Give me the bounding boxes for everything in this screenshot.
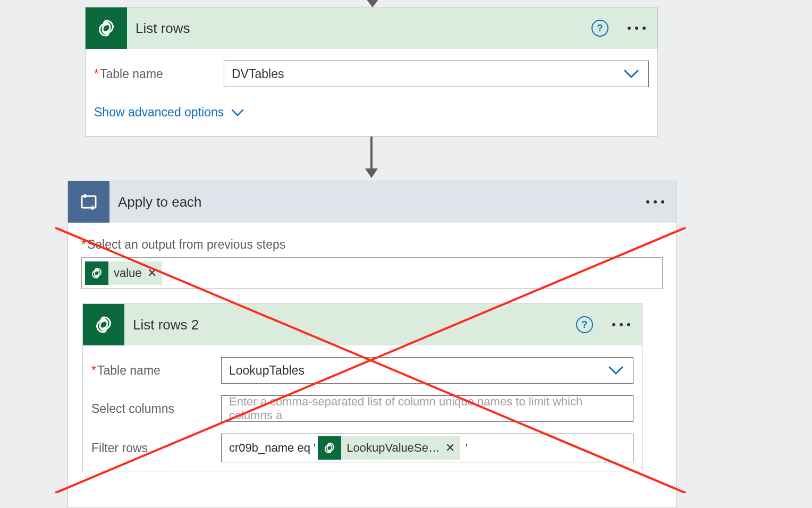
- help-icon[interactable]: ?: [576, 316, 593, 333]
- table-name-select[interactable]: LookupTables: [221, 357, 633, 384]
- select-columns-label: Select columns: [91, 402, 221, 416]
- dataverse-icon: [318, 436, 341, 460]
- action-header[interactable]: List rows 2 ?: [83, 304, 642, 345]
- filter-rows-input[interactable]: cr09b_name eq ' LookupValueSe… ✕: [221, 434, 633, 462]
- table-name-label: *Table name: [91, 363, 221, 378]
- dataverse-icon: [86, 7, 127, 49]
- select-output-input[interactable]: value ✕: [81, 257, 663, 289]
- control-header[interactable]: Apply to each: [68, 181, 676, 223]
- flow-arrow-down: [370, 137, 373, 168]
- action-card-list-rows-2[interactable]: List rows 2 ? *Table name LookupTables: [82, 303, 642, 471]
- token-label: LookupValueSe…: [346, 441, 440, 455]
- dataverse-icon: [83, 304, 124, 345]
- flow-arrow-head-top: [366, 0, 379, 7]
- dataverse-icon: [85, 261, 108, 285]
- chevron-down-icon: [624, 69, 639, 79]
- action-title: List rows 2: [124, 317, 199, 333]
- action-header[interactable]: List rows ?: [86, 7, 657, 49]
- chevron-down-icon: [608, 366, 623, 375]
- table-name-value: LookupTables: [229, 363, 304, 378]
- more-menu-icon[interactable]: [612, 323, 635, 326]
- action-card-list-rows[interactable]: List rows ? *Table name DVTables Show ad…: [85, 7, 658, 137]
- filter-rows-label: Filter rows: [91, 441, 221, 455]
- filter-rows-prefix: cr09b_name eq ': [229, 441, 316, 455]
- token-remove-icon[interactable]: ✕: [445, 441, 455, 455]
- token-remove-icon[interactable]: ✕: [147, 266, 157, 280]
- loop-icon: [68, 181, 109, 223]
- action-title: List rows: [127, 20, 190, 37]
- control-card-apply-to-each[interactable]: Apply to each *Select an output from pre…: [67, 181, 676, 508]
- more-menu-icon[interactable]: [628, 27, 650, 30]
- table-name-value: DVTables: [232, 67, 284, 81]
- select-output-label: *Select an output from previous steps: [81, 238, 663, 252]
- token-label: value: [114, 266, 142, 280]
- table-name-select[interactable]: DVTables: [224, 61, 649, 87]
- dynamic-token-lookup[interactable]: LookupValueSe… ✕: [318, 436, 460, 460]
- filter-rows-suffix: ': [466, 441, 468, 455]
- help-icon[interactable]: ?: [591, 20, 608, 37]
- chevron-down-icon: [231, 108, 244, 117]
- select-columns-input[interactable]: Enter a comma-separated list of column u…: [221, 395, 633, 422]
- more-menu-icon[interactable]: [646, 200, 669, 204]
- svg-rect-0: [82, 196, 96, 208]
- show-advanced-options[interactable]: Show advanced options: [94, 105, 649, 120]
- control-title: Apply to each: [109, 194, 202, 210]
- dynamic-token-value[interactable]: value ✕: [85, 261, 162, 285]
- table-name-label: *Table name: [94, 67, 224, 81]
